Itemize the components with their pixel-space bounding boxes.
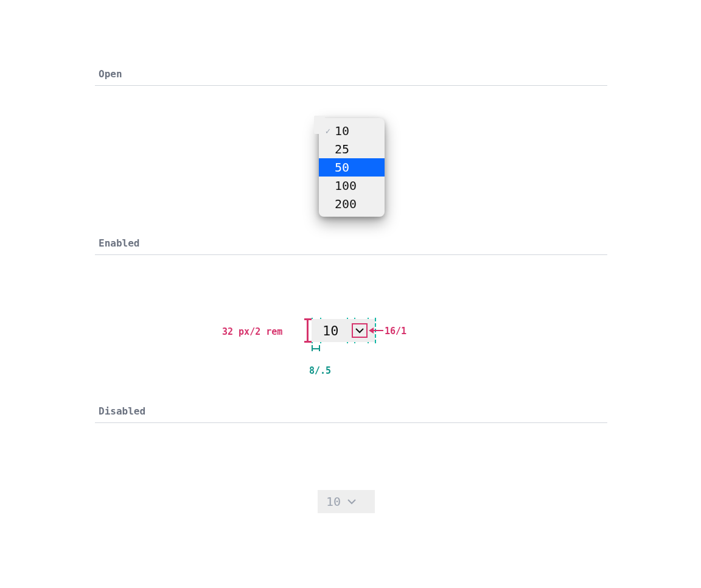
chevron-down-icon xyxy=(347,498,357,505)
section-title-enabled: Enabled xyxy=(99,237,139,249)
select-enabled-annotated: 10 xyxy=(312,319,375,342)
spec-measure xyxy=(369,327,374,334)
dropdown-option[interactable]: 200 xyxy=(319,195,385,213)
dropdown-option[interactable]: ✓ 10 xyxy=(319,122,385,140)
spec-label-icon: 16/1 xyxy=(385,326,406,337)
section-rule xyxy=(95,254,607,255)
section-title-disabled: Disabled xyxy=(99,405,145,417)
dropdown-option-label: 200 xyxy=(335,197,378,211)
dropdown-option-label: 50 xyxy=(335,160,378,175)
spec-measure xyxy=(307,319,309,342)
dropdown-notch xyxy=(314,116,325,134)
select-disabled: 10 xyxy=(318,490,375,513)
select-enabled[interactable]: 10 xyxy=(312,319,375,342)
section-rule xyxy=(95,85,607,86)
select-value: 10 xyxy=(326,494,341,509)
spec-measure xyxy=(304,318,312,320)
spec-measure xyxy=(304,341,312,343)
dropdown-option[interactable]: 25 xyxy=(319,140,385,158)
dropdown-option[interactable]: 50 xyxy=(319,158,385,177)
spec-measure xyxy=(319,345,320,351)
spec-measure xyxy=(312,345,313,351)
section-title-open: Open xyxy=(99,68,122,80)
chevron-down-icon xyxy=(353,324,366,337)
spec-label-height: 32 px/2 rem xyxy=(222,326,282,337)
section-rule xyxy=(95,422,607,423)
dropdown-option[interactable]: 100 xyxy=(319,177,385,195)
select-value: 10 xyxy=(312,323,339,338)
dropdown-option-label: 25 xyxy=(335,142,378,156)
spec-label-padding: 8/.5 xyxy=(309,365,331,376)
dropdown-open[interactable]: ✓ 10 25 50 100 200 xyxy=(319,118,385,217)
dropdown-option-label: 10 xyxy=(335,124,378,138)
dropdown-option-label: 100 xyxy=(335,178,378,193)
